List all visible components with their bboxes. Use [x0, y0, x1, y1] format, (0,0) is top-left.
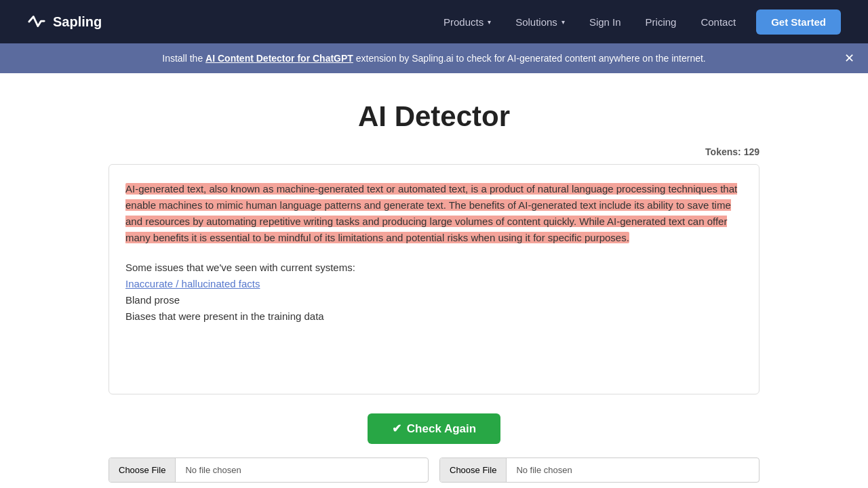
page-title: AI Detector — [108, 100, 760, 133]
list-item-2: Bland prose — [125, 292, 743, 308]
tokens-display: Tokens: 129 — [108, 146, 760, 157]
file-no-chosen-right: No file chosen — [507, 458, 581, 482]
check-again-button[interactable]: ✔ Check Again — [368, 413, 500, 444]
highlighted-paragraph: AI-generated text, also known as machine… — [125, 183, 737, 243]
brand-logo[interactable]: Sapling — [27, 12, 102, 31]
list-link-1[interactable]: Inaccurate / hallucinated facts — [125, 278, 260, 289]
check-again-section: ✔ Check Again — [108, 413, 760, 444]
navbar-links: Products ▾ Solutions ▾ Sign In Pricing C… — [434, 9, 841, 35]
banner-link[interactable]: AI Content Detector for ChatGPT — [205, 53, 353, 64]
chevron-down-icon: ▾ — [561, 18, 565, 26]
banner-close-button[interactable]: ✕ — [844, 51, 854, 66]
banner-text: Install the AI Content Detector for Chat… — [162, 53, 706, 64]
choose-file-right-button[interactable]: Choose File — [440, 458, 507, 482]
chevron-down-icon: ▾ — [488, 18, 491, 26]
choose-file-left-button[interactable]: Choose File — [109, 458, 176, 482]
file-upload-row: Choose File No file chosen Choose File N… — [108, 458, 760, 483]
text-editor[interactable]: AI-generated text, also known as machine… — [108, 164, 760, 394]
file-no-chosen-left: No file chosen — [176, 458, 250, 482]
list-item-1: Inaccurate / hallucinated facts — [125, 276, 743, 292]
navbar: Sapling Products ▾ Solutions ▾ Sign In P… — [0, 0, 868, 43]
get-started-button[interactable]: Get Started — [756, 9, 841, 35]
nav-signin[interactable]: Sign In — [580, 11, 631, 33]
brand-name: Sapling — [53, 14, 102, 30]
main-content: AI Detector Tokens: 129 AI-generated tex… — [95, 73, 773, 488]
nav-products[interactable]: Products ▾ — [434, 11, 500, 33]
checkmark-icon: ✔ — [392, 422, 401, 436]
file-upload-left: Choose File No file chosen — [108, 458, 429, 483]
intro-line: Some issues that we've seen with current… — [125, 260, 743, 276]
nav-contact[interactable]: Contact — [691, 11, 745, 33]
announcement-banner: Install the AI Content Detector for Chat… — [0, 43, 868, 73]
nav-pricing[interactable]: Pricing — [636, 11, 686, 33]
brand-icon — [27, 12, 46, 31]
file-upload-right: Choose File No file chosen — [439, 458, 760, 483]
list-item-3: Biases that were present in the training… — [125, 308, 743, 325]
normal-text-section: Some issues that we've seen with current… — [125, 260, 743, 325]
nav-solutions[interactable]: Solutions ▾ — [506, 11, 574, 33]
